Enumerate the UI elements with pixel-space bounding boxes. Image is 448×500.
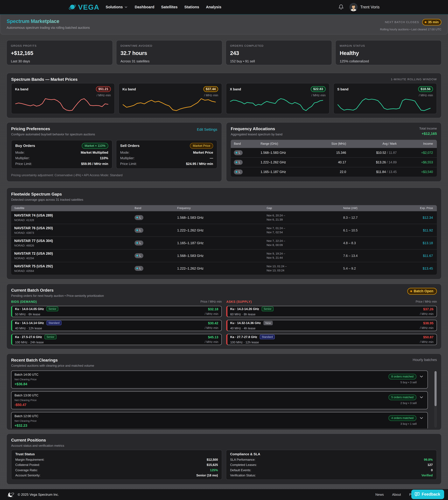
pref-value: — (210, 156, 213, 160)
clearing-card[interactable]: Batch 14:00 UTC Net Clearing Price +$36.… (11, 371, 428, 388)
scrollbar-thumb[interactable] (434, 371, 437, 406)
nav-item-satellites[interactable]: Satellites (161, 5, 177, 9)
x-band-sparkline (230, 98, 323, 111)
fleet-subtitle: Detected coverage gaps across 31 tracked… (11, 198, 437, 202)
allocations-table: Band Range (GHz) Size (MHz) Avg / Mark I… (231, 140, 437, 177)
chevron-down-icon[interactable] (419, 416, 424, 420)
batch-orders-panel: Current Batch Orders Pending orders for … (6, 284, 442, 349)
clearing-value: -$50.47 (15, 403, 38, 407)
pref-label: Multiplier: (15, 156, 30, 160)
order-badge: New (263, 321, 273, 325)
satellite-name: NAVSTAR 76 (USA 293) (14, 226, 135, 230)
footer-link-about[interactable]: About (392, 493, 401, 497)
fleet-gap-row: NAVSTAR 74 (USA 289) NORAD: 41328 L 1.56… (11, 211, 437, 224)
chevron-down-icon[interactable] (419, 374, 424, 379)
order-sub: 100 MHz · 12h lease (230, 340, 275, 344)
trust-status-card: Trust Status Margin Requirement:$12,500 … (11, 450, 222, 480)
ask-order-card[interactable]: Ku · 14.2-14.26 GHz Senior 60 MHz · 8h l… (226, 306, 437, 317)
user-menu[interactable]: Trent Voris (349, 3, 380, 11)
order-price: $38.95 (420, 321, 433, 325)
position-value: 125% (210, 468, 218, 472)
order-price: $30.42 (205, 321, 218, 325)
ku-band-sparkline (123, 98, 216, 111)
brand-name: VEGA (78, 3, 99, 11)
clearing-buysell: 3 buy • 1 sell (388, 422, 424, 426)
order-price-unit: / MHz·min (205, 326, 218, 330)
order-price: $50.87 (420, 335, 433, 339)
page-footer: © 2025 Vega Spectrum Inc. News About Pri… (0, 489, 448, 500)
buy-mode-badge: Market × 110% (82, 143, 108, 149)
position-label: Margin Requirement: (15, 458, 44, 462)
ask-order-card[interactable]: Ka · 27.7-27.8 GHz Standard 100 MHz · 12… (226, 334, 437, 345)
vega-logo[interactable]: VEGA (68, 3, 99, 11)
position-value: 99.8% (424, 458, 433, 462)
orders-subtitle: Pending orders for next hourly auction •… (11, 294, 104, 298)
allocation-row: L 1.165–1.187 GHz 22.0 $11.84 / 13.45 +$… (231, 167, 437, 177)
allocation-row: L 1.222–1.262 GHz 40.17 $13.26 / 14.89 +… (231, 157, 437, 167)
page-header: Spectrum Marketplace Autonomous spectrum… (0, 15, 448, 34)
nav-item-stations[interactable]: Stations (184, 5, 199, 9)
buy-orders-card: Buy Orders Market × 110% Mode:Market Mul… (11, 140, 112, 169)
stat-label: MARGIN STATUS (340, 44, 437, 47)
bands-title: Spectrum Bands — Market Prices (11, 77, 78, 82)
allocations-table-header: Band Range (GHz) Size (MHz) Avg / Mark I… (231, 140, 437, 148)
total-income-value: +$12,165 (419, 132, 437, 136)
clearing-card[interactable]: Batch 12:00 UTC Net Clearing Price +$32.… (11, 412, 428, 428)
bids-label: BIDS (DEMAND) (11, 300, 37, 304)
pref-label: Mode: (120, 151, 129, 154)
order-price-unit: / MHz·min (420, 340, 433, 344)
order-price-unit: / MHz·min (205, 340, 218, 344)
countdown-dot-icon (425, 21, 427, 23)
band-dot-icon (236, 161, 237, 163)
bid-order-card[interactable]: Ku · 14.0-14.05 GHz Senior 50 MHz · 6h l… (11, 306, 222, 317)
edit-settings-link[interactable]: Edit Settings (197, 127, 217, 132)
order-price: $37.26 (420, 307, 433, 311)
feedback-chat-icon (415, 492, 420, 497)
user-name: Trent Voris (360, 5, 380, 9)
position-label: Coverage Ratio: (15, 468, 38, 472)
position-value: Verified (421, 474, 433, 477)
page-subtitle: Autonomous spectrum trading via rolling … (7, 26, 90, 30)
order-title: Ku · 14.2-14.26 GHz (230, 307, 259, 311)
order-price-unit: / MHz·min (205, 312, 218, 316)
order-price-unit: / MHz·min (420, 326, 433, 330)
stat-label: DOWNTIME AVOIDED (121, 44, 218, 47)
nav-item-solutions[interactable]: Solutions (106, 5, 128, 9)
band-price-badge: $51.21 (96, 86, 111, 92)
clearing-card[interactable]: Batch 13:00 UTC Net Clearing Price -$50.… (11, 391, 428, 409)
next-batch-countdown-badge: 35 min (422, 19, 441, 25)
order-sub: 60 MHz · 8h lease (230, 312, 273, 316)
chevron-down-icon[interactable] (419, 395, 424, 400)
bid-order-card[interactable]: Ku · 14.1-14.14 GHz Standard 40 MHz · 12… (11, 320, 222, 331)
position-label: Collateral Posted: (15, 463, 40, 467)
order-sub: 50 MHz · 6h lease (15, 312, 58, 316)
next-batch-label: NEXT BATCH CLOSES (385, 20, 419, 24)
order-title: Ku · 14.1-14.14 GHz (15, 321, 44, 325)
batch-clearings-panel: Recent Batch Clearings Completed auction… (6, 354, 442, 430)
trust-status-title: Trust Status (15, 452, 218, 456)
pricing-title: Pricing Preferences (11, 127, 95, 131)
band-name: X band (230, 86, 241, 91)
ask-order-card[interactable]: Ku · 14.32-14.36 GHz New 40 MHz · 4h lea… (226, 320, 437, 331)
band-unit: / MHz·min (15, 94, 111, 97)
ka-band-sparkline (15, 98, 109, 111)
satellite-name: NAVSTAR 74 (USA 289) (14, 213, 135, 217)
nav-item-dashboard[interactable]: Dashboard (135, 5, 154, 9)
stat-sub: Across 31 satellites (121, 60, 218, 63)
clearing-value: +$36.84 (15, 382, 38, 386)
band-dot-icon (236, 152, 237, 154)
asks-price-label: Price / MHz·min (416, 300, 437, 304)
bell-icon[interactable] (338, 4, 344, 10)
band-badge: L (234, 160, 243, 165)
feedback-button[interactable]: Feedback (411, 490, 444, 499)
pref-value: $59.95 / MHz·min (81, 162, 108, 166)
pricing-preferences-panel: Pricing Preferences Configure automated … (6, 122, 222, 182)
band-price-badge: $22.83 (311, 86, 325, 92)
footer-link-news[interactable]: News (375, 493, 384, 497)
position-label: Verification Status: (230, 474, 256, 477)
nav-item-analysis[interactable]: Analysis (206, 5, 221, 9)
band-badge: L (135, 228, 143, 233)
stats-row: GROSS PROFITS +$12,165 Last 30 days DOWN… (6, 40, 442, 65)
scrollbar-track[interactable] (434, 371, 437, 428)
bid-order-card[interactable]: Ka · 27.5-27.6 GHz Senior 100 MHz · 24h … (11, 334, 222, 345)
